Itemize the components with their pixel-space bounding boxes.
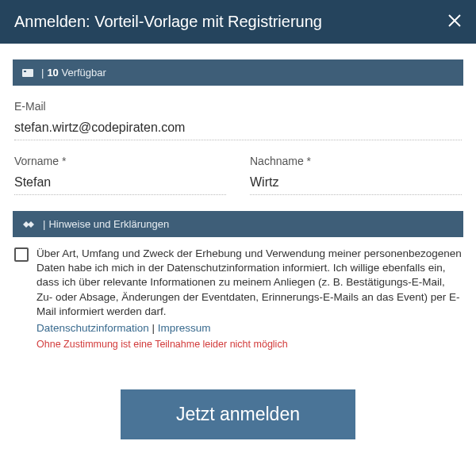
imprint-link[interactable]: Impressum [158, 322, 211, 334]
name-row: Vorname * Nachname * [14, 155, 462, 195]
svg-rect-1 [24, 71, 26, 72]
field-divider [250, 194, 462, 195]
modal-title: Anmelden: Vorteil-Vorlage mit Registrier… [14, 13, 322, 31]
lastname-field-group: Nachname * [250, 155, 462, 195]
field-divider [14, 194, 226, 195]
modal-header: Anmelden: Vorteil-Vorlage mit Registrier… [0, 0, 476, 44]
email-value: stefan.wirtz@codepiraten.com [14, 119, 462, 140]
consent-row: Über Art, Umfang und Zweck der Erhebung … [14, 247, 462, 350]
handshake-icon [22, 220, 35, 229]
lastname-input[interactable] [250, 174, 462, 194]
consent-warning: Ohne Zustimmung ist eine Teilnahme leide… [36, 339, 462, 350]
submit-area: Jetzt anmelden [0, 350, 476, 463]
firstname-label: Vorname * [14, 155, 226, 167]
email-field-group: E-Mail stefan.wirtz@codepiraten.com [14, 100, 462, 140]
ticket-icon [22, 68, 33, 78]
availability-label: Verfügbar [59, 67, 106, 79]
bar-separator: | [43, 218, 45, 230]
firstname-input[interactable] [14, 174, 226, 194]
form-area: E-Mail stefan.wirtz@codepiraten.com Vorn… [0, 100, 476, 195]
firstname-field-group: Vorname * [14, 155, 226, 195]
consent-links: Datenschutzinformation | Impressum [36, 322, 462, 334]
hints-block: Über Art, Umfang und Zweck der Erhebung … [0, 237, 476, 350]
svg-rect-0 [22, 69, 33, 77]
bar-separator: | [41, 67, 44, 79]
hints-bar-label: Hinweise und Erklärungen [48, 218, 169, 230]
consent-checkbox[interactable] [14, 247, 29, 262]
field-divider [14, 140, 462, 140]
close-icon[interactable] [447, 13, 462, 30]
hints-bar: | Hinweise und Erklärungen [13, 211, 463, 237]
consent-content: Über Art, Umfang und Zweck der Erhebung … [36, 247, 462, 350]
lastname-label: Nachname * [250, 155, 462, 167]
availability-bar: | 10 Verfügbar [13, 59, 463, 86]
consent-text: Über Art, Umfang und Zweck der Erhebung … [36, 247, 462, 319]
link-separator: | [149, 322, 158, 334]
availability-count: 10 [47, 67, 58, 79]
privacy-link[interactable]: Datenschutzinformation [36, 322, 149, 334]
email-label: E-Mail [14, 100, 462, 113]
submit-button[interactable]: Jetzt anmelden [121, 389, 355, 439]
